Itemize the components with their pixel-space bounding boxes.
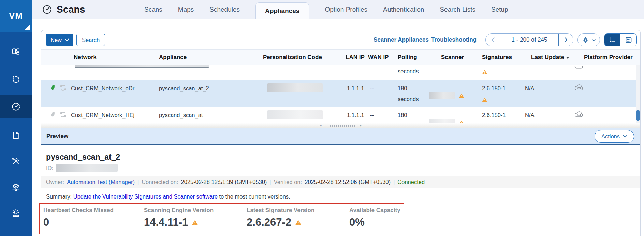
sidebar-item-tools[interactable]	[0, 150, 32, 173]
tab-scans[interactable]: Scans	[144, 6, 162, 13]
toolbar-right: Scanner Appliances Troubleshooting 1 - 2…	[374, 33, 637, 46]
column-platform-provider[interactable]: Platform Provider	[570, 50, 640, 65]
column-lan-ip[interactable]: LAN IP	[341, 50, 368, 65]
prev-page-button[interactable]	[486, 34, 500, 46]
cell-signatures: 2.6.150-1	[480, 80, 521, 107]
sidebar-item-assets[interactable]	[0, 176, 32, 199]
redacted-value	[75, 65, 209, 68]
cell-appliance: pyscand_scan_at_2	[159, 80, 263, 107]
scan-radar-icon	[11, 102, 21, 111]
vm-product-tile[interactable]: VM	[0, 0, 32, 32]
search-button[interactable]: Search	[76, 34, 105, 46]
new-button[interactable]: New	[46, 34, 73, 46]
sidebar-item-scans[interactable]	[0, 95, 32, 118]
column-scanner[interactable]: Scanner	[429, 50, 480, 65]
chevron-down-icon	[623, 135, 627, 138]
leaf-status-icon-gray	[50, 111, 55, 117]
cell-polling: 180 seconds	[393, 80, 429, 107]
cell-network: Cust_CRM_Network_oDr	[71, 80, 159, 107]
tab-option-profiles[interactable]: Option Profiles	[325, 6, 367, 13]
update-signatures-link[interactable]: Update the Vulnerability Signatures and …	[73, 193, 218, 200]
tab-schedules[interactable]: Schedules	[209, 6, 240, 13]
view-toggle	[604, 33, 637, 46]
troubleshooting-link[interactable]: Troubleshooting	[431, 36, 477, 43]
page-title: Scans	[32, 4, 117, 15]
splitter-arrow-icon: ▾	[320, 124, 322, 127]
cell-signatures: 2.6.150-1	[480, 107, 521, 123]
cell-network: Cust_CRM_Network_HEj	[71, 107, 159, 123]
sidebar: VM	[0, 0, 32, 236]
sidebar-item-reports[interactable]	[0, 124, 32, 147]
scanner-appliances-link[interactable]: Scanner Appliances	[374, 36, 429, 43]
column-polling[interactable]: Polling	[393, 50, 429, 65]
appliances-toolbar: New Search Scanner Appliances Troublesho…	[41, 30, 640, 49]
cell-lan-ip: 1.1.1.1	[341, 107, 368, 123]
warning-icon	[482, 69, 487, 74]
metric-engine-version: Scanning Engine Version 14.4.11-1	[144, 207, 247, 234]
metric-value: 2.6.267-2	[247, 216, 291, 229]
tab-setup[interactable]: Setup	[491, 6, 508, 13]
tab-maps[interactable]: Maps	[178, 6, 194, 13]
metric-heartbeat: Heartbeat Checks Missed 0	[43, 207, 144, 234]
gear-icon	[582, 36, 589, 44]
redacted-scanner	[429, 119, 455, 123]
cell-scanner	[429, 80, 480, 107]
scans-title-icon	[42, 4, 52, 15]
list-view-button[interactable]	[604, 34, 620, 46]
chevron-left-icon	[491, 37, 495, 43]
preview-header: Preview Actions	[41, 128, 640, 145]
cloud-provider-icon	[574, 84, 585, 91]
sync-link-icon	[58, 84, 68, 91]
cloud-provider-icon	[574, 111, 585, 118]
appliances-panel: New Search Scanner Appliances Troublesho…	[41, 30, 641, 236]
redacted-personalization-code	[267, 110, 323, 119]
cell-polling: 180	[393, 107, 429, 123]
preview-title: Preview	[46, 133, 68, 140]
next-page-button[interactable]	[559, 34, 573, 46]
sidebar-item-alerts[interactable]	[0, 67, 32, 91]
chevron-down-icon	[592, 39, 596, 41]
tab-authentication[interactable]: Authentication	[383, 6, 424, 13]
cell-wan-ip: --	[368, 107, 393, 123]
owner-link[interactable]: Automation Test (Manager)	[67, 179, 135, 185]
appliance-id-row: ID:	[41, 162, 640, 172]
appliances-table-body: seconds	[41, 65, 640, 123]
sidebar-item-dashboard[interactable]	[0, 40, 32, 63]
actions-button[interactable]: Actions	[595, 130, 634, 143]
metric-signature-version: Latest Signature Version 2.6.267-2	[247, 207, 349, 234]
warning-icon	[459, 120, 464, 123]
tab-appliances[interactable]: Appliances	[255, 2, 309, 19]
id-label: ID:	[46, 165, 53, 171]
table-row-selected[interactable]: Cust_CRM_Network_oDr pyscand_scan_at_2 1…	[41, 80, 640, 107]
column-last-update[interactable]: Last Update	[521, 50, 570, 65]
table-vertical-scrollbar[interactable]	[636, 65, 640, 123]
summary-row: Summary: Update the Vulnerability Signat…	[41, 188, 640, 200]
calendar-view-button[interactable]	[620, 34, 636, 46]
cell-polling-line2: seconds	[393, 65, 429, 80]
column-wan-ip[interactable]: WAN IP	[368, 50, 393, 65]
settings-dropdown-button[interactable]	[577, 33, 600, 46]
warning-icon	[459, 93, 464, 98]
tab-search-lists[interactable]: Search Lists	[440, 6, 475, 13]
scrollbar-thumb[interactable]	[636, 110, 640, 121]
sidebar-item-knowledgebase[interactable]	[0, 202, 32, 225]
pagination-range-input[interactable]: 1 - 200 of 245	[500, 34, 559, 46]
owner-status-bar: Owner: Automation Test (Manager) | Conne…	[41, 176, 640, 188]
column-network[interactable]: Network	[71, 50, 159, 65]
verified-on-value: 2025-02-28 12:52:06 (GMT+0530)	[305, 179, 391, 185]
module-picker-fold-icon[interactable]	[24, 24, 30, 30]
app-window: VM	[0, 0, 644, 236]
metric-available-capacity: Available Capacity 0%	[349, 207, 404, 234]
panel-splitter[interactable]: ▾ ▾	[41, 123, 640, 128]
column-personalization-code[interactable]: Personalization Code	[263, 50, 341, 65]
clock-alert-icon	[11, 75, 20, 84]
table-row[interactable]: Cust_CRM_Network_HEj pyscand_scan_at 1.1…	[41, 107, 640, 123]
column-signatures[interactable]: Signatures	[480, 50, 521, 65]
table-row-partial[interactable]: seconds	[41, 65, 640, 80]
pagination: 1 - 200 of 245	[485, 33, 573, 46]
main-tabs: Scans Maps Schedules Appliances Option P…	[144, 0, 508, 19]
appliance-name: pyscand_scan_at_2	[41, 145, 640, 162]
column-appliance[interactable]: Appliance	[159, 50, 263, 65]
cell-last-update: N/A	[521, 107, 570, 123]
cell-last-update: N/A	[521, 80, 570, 107]
